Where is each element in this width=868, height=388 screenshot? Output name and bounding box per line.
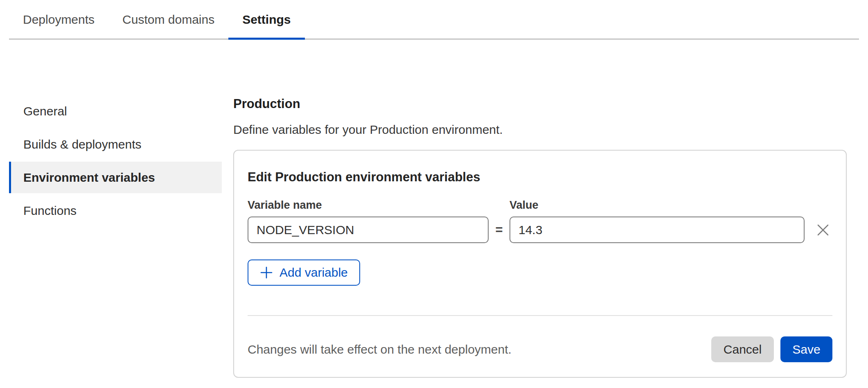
page-title: Production [233, 96, 847, 112]
value-field-group: Value [510, 199, 805, 243]
remove-variable-button[interactable] [814, 217, 832, 243]
settings-layout: General Builds & deployments Environment… [0, 40, 868, 378]
add-variable-button[interactable]: Add variable [248, 259, 360, 286]
tab-bar: Deployments Custom domains Settings [9, 0, 859, 40]
cancel-button[interactable]: Cancel [711, 336, 774, 362]
value-input[interactable] [510, 217, 805, 243]
main-content: Production Define variables for your Pro… [233, 95, 847, 378]
plus-icon [260, 266, 273, 279]
card-footer: Changes will take effect on the next dep… [248, 336, 832, 362]
variable-row: Variable name = Value [248, 199, 832, 243]
equals-sign: = [489, 217, 510, 243]
card-title: Edit Production environment variables [248, 169, 832, 185]
settings-sidebar: General Builds & deployments Environment… [0, 95, 222, 228]
variable-name-label: Variable name [248, 199, 489, 212]
tab-deployments[interactable]: Deployments [9, 10, 108, 38]
add-variable-label: Add variable [280, 266, 348, 280]
sidebar-item-functions[interactable]: Functions [9, 195, 222, 226]
value-label: Value [510, 199, 805, 212]
tab-custom-domains[interactable]: Custom domains [108, 10, 228, 38]
x-icon [816, 223, 830, 237]
page-description: Define variables for your Production env… [233, 122, 847, 137]
card-divider [248, 315, 832, 316]
variable-name-field-group: Variable name [248, 199, 489, 243]
sidebar-item-general[interactable]: General [9, 95, 222, 127]
environment-variables-card: Edit Production environment variables Va… [233, 150, 847, 378]
sidebar-item-environment-variables[interactable]: Environment variables [9, 162, 222, 193]
save-button[interactable]: Save [780, 336, 832, 362]
tab-settings[interactable]: Settings [228, 10, 304, 38]
footer-note: Changes will take effect on the next dep… [248, 343, 512, 356]
sidebar-item-builds-deployments[interactable]: Builds & deployments [9, 129, 222, 160]
variable-name-input[interactable] [248, 217, 489, 243]
